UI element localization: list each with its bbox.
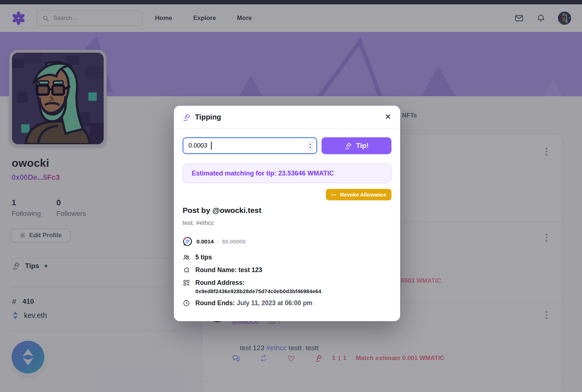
modal-post-title: Post by @owocki.test: [183, 206, 391, 215]
tips-count-row: 5 tips: [183, 254, 391, 261]
token-amount: 0.0014: [196, 238, 214, 245]
modal-body: ▲ ▼ Tip! Estimated matching for tip: 23.…: [174, 129, 400, 316]
modal-post-body: test. #ethcc: [183, 219, 391, 227]
tip-hand-icon: [344, 142, 352, 150]
minus-icon: —: [331, 192, 336, 198]
matching-prefix: Estimated matching for tip:: [192, 170, 278, 177]
app-screen: Home Explore More owocki 0x00De...5Fc3 1…: [0, 0, 582, 392]
wmatic-coin-icon: [183, 237, 192, 246]
text-caret: [211, 142, 212, 150]
users-icon: [183, 254, 190, 261]
puzzle-icon: [183, 266, 190, 274]
number-stepper[interactable]: ▲ ▼: [307, 141, 314, 151]
modal-header: Tipping ✕: [174, 106, 400, 129]
round-ends-value: July 11, 2023 at 06:00 pm: [237, 299, 312, 307]
dot-separator: ·: [217, 238, 219, 245]
grid-plus-icon: [183, 279, 190, 287]
estimated-matching-note: Estimated matching for tip: 23.53646 WMA…: [183, 163, 391, 183]
round-ends-row: Round Ends: July 11, 2023 at 06:00 pm: [183, 299, 391, 307]
token-amount-row: 0.0014 · $0.00000: [183, 237, 391, 246]
tip-button-label: Tip!: [356, 142, 368, 150]
tip-amount-field: ▲ ▼: [183, 137, 317, 154]
tip-submit-button[interactable]: Tip!: [322, 137, 391, 154]
stepper-up-icon[interactable]: ▲: [309, 143, 311, 146]
tips-count: 5 tips: [195, 254, 212, 261]
clock-icon: [183, 299, 190, 307]
close-icon[interactable]: ✕: [385, 113, 391, 121]
round-address-value: 0x9ed8f2436e928b28de75d74c0eb0d3bf46984e…: [195, 288, 391, 294]
round-address-row: Round Address:: [183, 279, 391, 287]
matching-value: 23.53646 WMATIC: [278, 170, 334, 177]
revoke-allowance-button[interactable]: — Revoke Allowance: [326, 189, 391, 200]
round-ends: Round Ends: July 11, 2023 at 06:00 pm: [195, 299, 312, 307]
round-name: Round Name: test 123: [195, 266, 262, 274]
tip-hand-icon: [183, 113, 191, 121]
stepper-down-icon[interactable]: ▼: [309, 146, 311, 149]
round-address-label: Round Address:: [195, 279, 244, 287]
modal-title: Tipping: [195, 113, 221, 121]
revoke-allowance-label: Revoke Allowance: [340, 192, 386, 198]
round-name-row: Round Name: test 123: [183, 266, 391, 274]
tipping-modal: Tipping ✕ ▲ ▼ Tip! Estimated: [174, 106, 400, 321]
token-usd-value: $0.00000: [222, 238, 246, 245]
round-ends-label: Round Ends:: [195, 299, 237, 307]
tip-amount-input[interactable]: [188, 138, 290, 153]
